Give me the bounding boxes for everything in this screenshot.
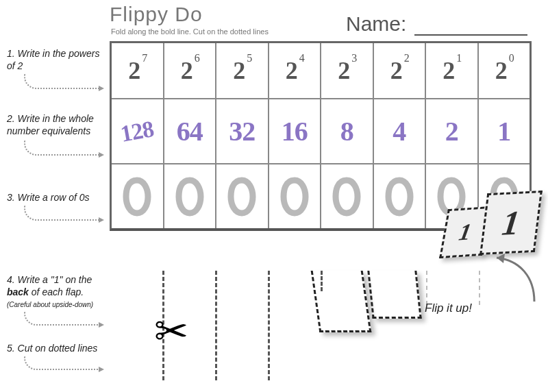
equiv-value: 1 bbox=[497, 115, 510, 147]
name-label: Name: bbox=[346, 12, 406, 36]
instruction-4: 4. Write a "1" on the back of each flap.… bbox=[7, 274, 106, 310]
zero-cell bbox=[163, 164, 216, 228]
zero-cell bbox=[268, 164, 321, 228]
flap-outline bbox=[311, 271, 372, 332]
instruction-4b: back bbox=[7, 286, 29, 297]
equiv-value: 16 bbox=[282, 115, 308, 147]
power-base: 2 bbox=[128, 56, 140, 85]
equiv-value: 32 bbox=[229, 115, 255, 147]
instruction-5: 5. Cut on dotted lines bbox=[7, 343, 106, 355]
cut-line bbox=[426, 271, 427, 305]
equiv-value: 4 bbox=[393, 115, 406, 147]
equiv-cell: 4 bbox=[373, 99, 425, 163]
power-base: 2 bbox=[181, 56, 193, 85]
flap-outline bbox=[367, 271, 421, 319]
power-exp: 1 bbox=[456, 52, 462, 64]
power-cell: 21 bbox=[425, 43, 477, 98]
leader-arrow-1 bbox=[24, 74, 103, 89]
instruction-3: 3. Write a row of 0s bbox=[7, 192, 106, 204]
leader-arrow-3 bbox=[24, 206, 103, 221]
power-cell: 26 bbox=[163, 43, 216, 98]
flip-up-label: Flip it up! bbox=[425, 302, 472, 315]
power-cell: 22 bbox=[373, 43, 425, 98]
power-cell: 25 bbox=[215, 43, 268, 98]
power-base: 2 bbox=[443, 56, 455, 85]
cut-line bbox=[479, 271, 480, 305]
flap-one-big: 1 bbox=[500, 202, 522, 243]
equiv-cell: 128 bbox=[112, 99, 163, 163]
power-exp: 7 bbox=[142, 52, 147, 64]
power-cell: 27 bbox=[112, 43, 163, 98]
instruction-4c: of each flap. bbox=[29, 286, 84, 297]
scissors-icon: ✂ bbox=[154, 307, 188, 355]
zero-cell bbox=[215, 164, 268, 228]
flap-card-up: 1 bbox=[480, 191, 543, 255]
power-base: 2 bbox=[233, 56, 245, 85]
equiv-cell: 2 bbox=[425, 99, 477, 163]
equiv-value: 128 bbox=[119, 116, 155, 147]
power-exp: 6 bbox=[195, 52, 200, 64]
equiv-value: 8 bbox=[340, 115, 353, 147]
power-exp: 2 bbox=[404, 52, 410, 64]
name-line[interactable] bbox=[414, 34, 527, 36]
power-base: 2 bbox=[390, 56, 403, 85]
power-cell: 23 bbox=[320, 43, 373, 98]
cut-line bbox=[268, 271, 270, 380]
page-subtitle: Fold along the bold line. Cut on the dot… bbox=[111, 27, 269, 36]
power-cell: 24 bbox=[268, 43, 321, 98]
equiv-value: 64 bbox=[177, 115, 203, 147]
power-cell: 20 bbox=[477, 43, 530, 98]
instruction-4a: 4. Write a "1" on the bbox=[7, 274, 92, 285]
equiv-value: 2 bbox=[445, 115, 458, 147]
flip-arrow-icon bbox=[483, 254, 538, 308]
svg-marker-0 bbox=[497, 254, 505, 263]
zero-cell bbox=[373, 164, 425, 228]
power-base: 2 bbox=[495, 56, 508, 85]
zero-cell bbox=[112, 164, 163, 228]
page-title: Flippy Do bbox=[110, 3, 203, 26]
cut-line bbox=[215, 271, 217, 380]
equiv-cell: 16 bbox=[268, 99, 321, 163]
equiv-cell: 8 bbox=[320, 99, 373, 163]
equiv-cell: 64 bbox=[163, 99, 216, 163]
power-exp: 3 bbox=[351, 52, 357, 64]
equiv-cell: 1 bbox=[477, 99, 530, 163]
power-exp: 0 bbox=[509, 52, 514, 64]
power-exp: 5 bbox=[247, 52, 252, 64]
instruction-1: 1. Write in the powers of 2 bbox=[7, 48, 106, 72]
power-base: 2 bbox=[286, 56, 298, 85]
instruction-4-note: (Careful about upside-down) bbox=[7, 301, 93, 308]
leader-arrow-2 bbox=[24, 140, 103, 156]
flippy-grid: 27 26 25 24 23 22 21 20 128 64 32 16 8 4… bbox=[110, 41, 532, 231]
leader-arrow-5 bbox=[24, 356, 103, 370]
zero-cell bbox=[320, 164, 373, 228]
instruction-2: 2. Write in the whole number equivalents bbox=[7, 113, 106, 137]
leader-arrow-4 bbox=[24, 312, 103, 326]
flap-one-small: 1 bbox=[457, 219, 473, 245]
power-base: 2 bbox=[338, 56, 350, 85]
equiv-cell: 32 bbox=[215, 99, 268, 163]
power-exp: 4 bbox=[299, 52, 305, 64]
row-powers: 27 26 25 24 23 22 21 20 bbox=[112, 43, 530, 98]
row-equivalents: 128 64 32 16 8 4 2 1 bbox=[112, 98, 530, 163]
